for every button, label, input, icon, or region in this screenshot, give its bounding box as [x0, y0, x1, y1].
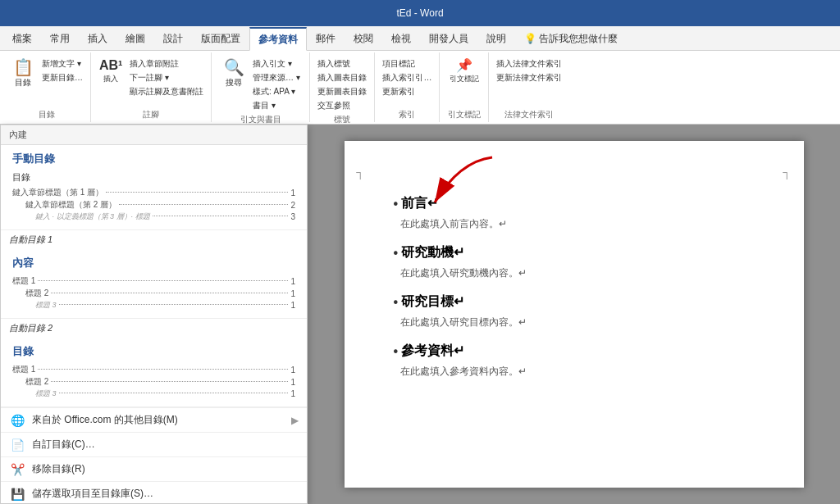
auto2-line-2: 標題 2 1 — [12, 376, 295, 388]
next-footnote-button[interactable]: 下一註腳 ▾ — [127, 71, 206, 84]
auto-toc-1-title: 內容 — [12, 256, 295, 270]
add-text-button[interactable]: 新增文字 ▾ — [39, 57, 85, 70]
manage-sources-label: 管理來源… ▾ — [253, 72, 300, 84]
toc-buttons: 📋 目錄 新增文字 ▾ 更新目錄… — [8, 54, 85, 107]
index-buttons: 項目標記 插入索引引… 更新索引 — [380, 54, 434, 107]
ribbon-group-citations: 🔍 搜尋 插入引文 ▾ 管理來源… ▾ 樣式: APA ▾ 書目 ▾ 引文與書目 — [212, 52, 310, 122]
tab-design[interactable]: 設計 — [154, 26, 192, 50]
tab-insert[interactable]: 插入 — [79, 26, 116, 50]
insert-footnote-button[interactable]: AB¹ 插入 — [96, 57, 126, 86]
office-online-label: 來自於 Office.com 的其他目錄(M) — [32, 413, 178, 427]
mark-entry-label: 項目標記 — [382, 58, 415, 70]
show-notes-label: 顯示註腳及意書附註 — [130, 86, 203, 98]
insert-citation-label: 插入引文 ▾ — [253, 58, 292, 70]
footnote-group-label: 註腳 — [143, 109, 159, 120]
doc-heading-references: 參考資料↵ — [394, 343, 755, 360]
section-header-builtin: 內建 — [1, 125, 307, 145]
tab-search[interactable]: 💡 告訴我您想做什麼 — [515, 26, 627, 50]
auto-toc-2-option[interactable]: 目錄 標題 1 1 標題 2 1 標題 3 1 — [1, 338, 307, 407]
doc-body-goal: 在此處填入研究目標內容。↵ — [394, 316, 755, 329]
add-text-label: 新增文字 ▾ — [42, 58, 81, 70]
cross-reference-button[interactable]: 交互參照 — [315, 99, 369, 112]
auto-toc-1-option[interactable]: 內容 標題 1 1 標題 2 1 標題 3 1 — [1, 249, 307, 319]
update-legal-index-button[interactable]: 更新法律文件索引 — [494, 71, 564, 84]
doc-heading-foreword: 前言↵ — [394, 195, 755, 212]
doc-body-motivation: 在此處填入研究動機內容。↵ — [394, 266, 755, 280]
citations-col: 插入引文 ▾ 管理來源… ▾ 樣式: APA ▾ 書目 ▾ — [250, 57, 303, 112]
toc-col: 新增文字 ▾ 更新目錄… — [39, 57, 85, 84]
doc-heading-goal: 研究目標↵ — [394, 293, 755, 311]
index-col: 項目標記 插入索引引… 更新索引 — [380, 57, 434, 98]
bibliography-button[interactable]: 書目 ▾ — [250, 99, 303, 112]
title-text: tEd - Word — [396, 7, 443, 19]
footnote-icon: AB¹ — [99, 59, 122, 72]
toc-label: 目錄 — [15, 77, 31, 89]
office-online-arrow: ▶ — [291, 415, 299, 426]
tab-references[interactable]: 參考資料 — [249, 27, 307, 51]
search-label: 搜尋 — [226, 77, 242, 89]
citation-mark-group-label: 引文標記 — [448, 109, 481, 120]
tab-layout[interactable]: 版面配置 — [192, 26, 249, 50]
tab-mailings[interactable]: 郵件 — [307, 26, 345, 50]
auto1-line-1: 標題 1 1 — [12, 275, 295, 287]
document-page: ┐ ┐ 前言↵ 在此處填入前言內容。↵ 研究動機↵ 在此處填入研究動機內容。↵ … — [345, 141, 804, 488]
insert-index-button[interactable]: 插入索引引… — [380, 71, 434, 84]
manual-toc-option[interactable]: 手動目錄 目錄 鍵入章節標題（第 1 層） 1 鍵入章節標題（第 2 層） 2 … — [1, 145, 307, 230]
cross-reference-label: 交互參照 — [317, 100, 350, 111]
doc-body-foreword: 在此處填入前言內容。↵ — [394, 217, 755, 231]
captions-group-label: 標號 — [334, 114, 350, 125]
update-toc-button[interactable]: 更新目錄… — [39, 71, 85, 84]
tab-view[interactable]: 檢視 — [382, 26, 420, 50]
search-button[interactable]: 🔍 搜尋 — [219, 57, 249, 90]
index-group-label: 索引 — [399, 109, 415, 120]
auto2-line-3: 標題 3 1 — [12, 388, 295, 399]
tab-file[interactable]: 檔案 — [3, 26, 41, 50]
bibliography-label: 書目 ▾ — [253, 100, 276, 111]
toc-line-3: 鍵入 · 以定義標題（第 3 層）· 標題 3 — [12, 211, 295, 222]
insert-legal-index-button[interactable]: 插入法律文件索引 — [494, 57, 564, 70]
ribbon-group-citation-mark: 📌 引文標記 引文標記 — [440, 52, 489, 122]
show-notes-button[interactable]: 顯示註腳及意書附註 — [127, 85, 206, 98]
insert-figure-toc-button[interactable]: 插入圖表目錄 — [315, 71, 369, 84]
menu-item-save-selection[interactable]: 💾 儲存選取項目至目錄庫(S)… — [1, 481, 307, 504]
main-area: 內建 手動目錄 目錄 鍵入章節標題（第 1 層） 1 鍵入章節標題（第 2 層）… — [0, 125, 840, 504]
menu-item-remove-toc[interactable]: ✂️ 移除目錄(R) — [1, 456, 307, 481]
tab-developer[interactable]: 開發人員 — [420, 26, 477, 50]
ribbon-group-index: 項目標記 插入索引引… 更新索引 索引 — [375, 52, 440, 122]
menu-item-office-online[interactable]: 🌐 來自於 Office.com 的其他目錄(M) ▶ — [1, 407, 307, 432]
legal-buttons: 插入法律文件索引 更新法律文件索引 — [494, 54, 564, 107]
next-footnote-label: 下一註腳 ▾ — [130, 72, 169, 84]
insert-caption-button[interactable]: 插入標號 — [315, 57, 369, 70]
citation-mark-button[interactable]: 📌 引文標記 — [446, 57, 482, 86]
corner-mark-tr: ┐ — [783, 166, 792, 179]
insert-chapter-note-button[interactable]: 插入章節附註 — [127, 57, 206, 70]
auto-toc-2-label: 自動目錄 2 — [1, 319, 307, 338]
update-index-button[interactable]: 更新索引 — [380, 85, 434, 98]
office-online-icon: 🌐 — [9, 414, 25, 427]
update-index-label: 更新索引 — [382, 86, 415, 98]
doc-heading-motivation: 研究動機↵ — [394, 244, 755, 261]
footnote-buttons: AB¹ 插入 插入章節附註 下一註腳 ▾ 顯示註腳及意書附註 — [96, 54, 206, 107]
search-icon: 🔍 — [224, 59, 244, 75]
ribbon: 📋 目錄 新增文字 ▾ 更新目錄… 目錄 AB¹ 插入 插入章節附註 — [0, 51, 840, 125]
tab-draw[interactable]: 繪圖 — [116, 26, 154, 50]
mark-entry-button[interactable]: 項目標記 — [380, 57, 434, 70]
style-button[interactable]: 樣式: APA ▾ — [250, 85, 303, 98]
menu-item-custom-toc[interactable]: 📄 自訂目錄(C)… — [1, 432, 307, 456]
auto1-line-2: 標題 2 1 — [12, 288, 295, 299]
auto-toc-2-title: 目錄 — [12, 344, 295, 359]
tab-help[interactable]: 說明 — [477, 26, 515, 50]
tab-review[interactable]: 校閱 — [345, 26, 382, 50]
toc-label-manual: 目錄 — [12, 171, 295, 184]
citation-mark-icon: 📌 — [456, 59, 472, 72]
insert-citation-button[interactable]: 插入引文 ▾ — [250, 57, 303, 70]
insert-legal-index-label: 插入法律文件索引 — [496, 58, 562, 70]
toc-button[interactable]: 📋 目錄 — [8, 57, 38, 90]
update-figure-toc-button[interactable]: 更新圖表目錄 — [315, 85, 369, 98]
manage-sources-button[interactable]: 管理來源… ▾ — [250, 71, 303, 84]
title-bar: tEd - Word — [0, 0, 840, 26]
tab-home[interactable]: 常用 — [41, 26, 79, 50]
custom-toc-label: 自訂目錄(C)… — [32, 438, 95, 452]
toc-icon: 📋 — [13, 59, 34, 75]
insert-chapter-note-label: 插入章節附註 — [130, 58, 179, 70]
